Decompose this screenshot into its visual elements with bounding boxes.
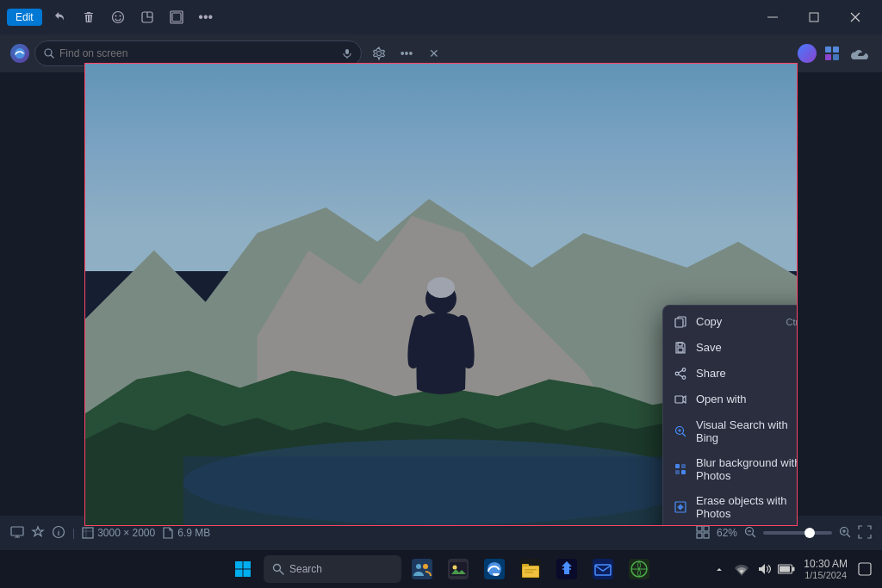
- zoom-slider-thumb: [804, 528, 815, 538]
- context-menu-share[interactable]: Share: [663, 361, 798, 387]
- window-controls: [753, 3, 875, 31]
- visual-search-label: Visual Search with Bing: [696, 418, 798, 444]
- more-icon[interactable]: •••: [194, 5, 218, 29]
- svg-point-52: [416, 564, 421, 569]
- dimensions-display: 3000 × 2000: [82, 527, 155, 539]
- svg-rect-46: [235, 561, 243, 569]
- blur-bg-label: Blur background with Photos: [696, 456, 798, 482]
- svg-rect-25: [678, 343, 682, 346]
- svg-rect-48: [235, 570, 243, 578]
- svg-rect-14: [833, 54, 839, 60]
- person-silhouette: [407, 277, 475, 432]
- open-with-label: Open with: [696, 393, 798, 405]
- svg-rect-23: [675, 319, 683, 327]
- copy-label: Copy: [696, 315, 778, 328]
- taskbar-app-mail[interactable]: [587, 554, 618, 585]
- svg-rect-31: [675, 464, 680, 468]
- tray-volume[interactable]: [754, 559, 774, 579]
- favorite-icon[interactable]: [31, 525, 45, 542]
- svg-point-28: [675, 372, 679, 375]
- svg-rect-7: [810, 13, 818, 22]
- title-bar: Edit •••: [0, 0, 882, 34]
- svg-rect-63: [525, 572, 533, 573]
- collections-icon[interactable]: [820, 41, 844, 65]
- taskbar-right: 10:30 AM 1/15/2024: [709, 558, 875, 580]
- context-menu-copy[interactable]: Copy Ctrl+C: [663, 309, 798, 335]
- frame-icon[interactable]: [165, 5, 189, 29]
- svg-rect-13: [825, 54, 831, 60]
- context-menu-save[interactable]: Save: [663, 335, 798, 361]
- copy-shortcut: Ctrl+C: [786, 317, 798, 327]
- sticker-icon[interactable]: [135, 5, 159, 29]
- sys-tray: [709, 559, 797, 579]
- status-bar-right: 62%: [696, 525, 872, 542]
- svg-rect-70: [780, 566, 790, 573]
- info-icon[interactable]: [52, 525, 65, 542]
- filesize-display: 6.9 MB: [162, 527, 210, 539]
- edit-label: Edit: [16, 11, 34, 23]
- taskbar-app-people[interactable]: [407, 554, 438, 585]
- context-menu-blur-bg[interactable]: Blur background with Photos: [663, 450, 798, 488]
- status-bar-left: | 3000 × 2000 6.9 MB: [10, 525, 210, 542]
- copy-icon: [674, 315, 687, 329]
- svg-rect-9: [345, 49, 349, 54]
- clock-date: 1/15/2024: [804, 570, 847, 580]
- svg-point-53: [423, 564, 428, 569]
- taskbar-app-explorer[interactable]: [515, 554, 546, 585]
- taskbar-center: Search: [227, 554, 655, 585]
- fit-icon[interactable]: [696, 525, 710, 542]
- onedrive-icon[interactable]: [848, 41, 872, 65]
- maximize-button[interactable]: [794, 3, 834, 31]
- svg-rect-60: [522, 564, 529, 566]
- taskbar-app-photos[interactable]: [443, 554, 474, 585]
- svg-rect-62: [525, 569, 537, 571]
- emoji-icon[interactable]: [106, 5, 130, 29]
- svg-rect-39: [83, 528, 93, 538]
- tray-chevron[interactable]: [709, 559, 730, 579]
- fullscreen-icon[interactable]: [858, 525, 872, 542]
- taskbar-app-store[interactable]: [551, 554, 582, 585]
- zoom-in-icon[interactable]: [839, 526, 851, 541]
- start-button[interactable]: [227, 554, 258, 585]
- erase-objects-icon: [674, 500, 687, 514]
- svg-rect-42: [697, 533, 702, 538]
- svg-rect-43: [704, 533, 709, 538]
- context-menu-erase-objects[interactable]: Erase objects with Photos: [663, 488, 798, 526]
- svg-rect-37: [11, 527, 23, 535]
- svg-point-56: [453, 566, 457, 570]
- svg-rect-71: [859, 563, 871, 575]
- edit-button[interactable]: Edit: [7, 9, 42, 26]
- svg-point-50: [274, 565, 281, 572]
- edge-logo[interactable]: [10, 44, 29, 63]
- close-button[interactable]: [835, 3, 875, 31]
- taskbar-search[interactable]: Search: [264, 555, 401, 583]
- save-label: Save: [696, 341, 798, 354]
- taskbar-app-msn[interactable]: [624, 554, 655, 585]
- zoom-slider[interactable]: [763, 531, 832, 535]
- context-menu-open-with[interactable]: Open with ›: [663, 387, 798, 412]
- tray-battery[interactable]: [776, 559, 797, 579]
- svg-rect-40: [697, 526, 702, 531]
- profile-avatar[interactable]: [798, 44, 817, 63]
- svg-point-26: [682, 368, 686, 371]
- mic-icon: [342, 48, 352, 59]
- delete-icon[interactable]: [77, 5, 101, 29]
- notification-center[interactable]: [854, 559, 875, 579]
- zoom-out-icon[interactable]: [744, 526, 756, 541]
- svg-point-2: [119, 15, 121, 17]
- svg-rect-49: [244, 570, 252, 578]
- svg-rect-34: [681, 470, 686, 474]
- taskbar-app-edge[interactable]: [479, 554, 510, 585]
- svg-rect-32: [681, 464, 686, 468]
- clock-display[interactable]: 10:30 AM 1/15/2024: [800, 558, 851, 580]
- search-input[interactable]: [59, 47, 337, 59]
- context-menu: Copy Ctrl+C Save Share: [662, 305, 798, 526]
- search-icon: [44, 48, 54, 59]
- undo-icon[interactable]: [47, 5, 71, 29]
- svg-rect-20: [183, 456, 699, 525]
- minimize-button[interactable]: [753, 3, 792, 31]
- tray-network[interactable]: [731, 559, 752, 579]
- monitor-icon: [10, 525, 24, 542]
- svg-rect-12: [833, 46, 839, 53]
- context-menu-visual-search[interactable]: Visual Search with Bing: [663, 412, 798, 450]
